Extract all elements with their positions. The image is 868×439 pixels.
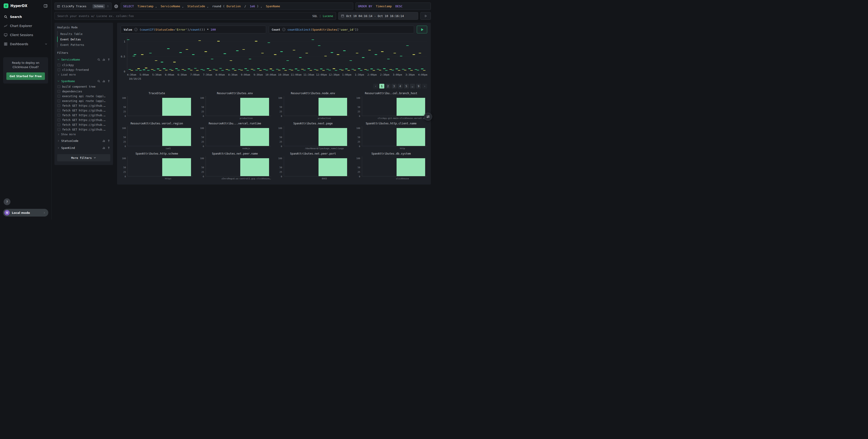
x-tick: 12:30pm [329, 73, 340, 76]
checkbox[interactable] [57, 68, 60, 71]
search-icon[interactable] [97, 58, 100, 61]
filter-option[interactable]: fetch GET https://github.… [57, 113, 110, 118]
order-by-editor[interactable]: ORDER BY Timestamp DESC [355, 2, 431, 10]
filter-option[interactable]: fetch GET https://github.… [57, 118, 110, 122]
source-selector[interactable]: ClickPy Traces Schema [55, 2, 112, 10]
page-button-…[interactable]: … [410, 84, 415, 89]
more-link-label: Load more [61, 73, 76, 76]
checkbox[interactable] [57, 128, 60, 131]
filter-option[interactable]: executing api route (app)… [57, 94, 110, 98]
mini-plot[interactable] [206, 96, 271, 116]
filter-option[interactable]: build component tree [57, 84, 110, 89]
checkbox[interactable] [57, 99, 60, 103]
mini-plot[interactable] [127, 126, 193, 146]
filter-option[interactable]: clickpy-frontend [57, 67, 110, 72]
page-button-2[interactable]: 2 [385, 84, 391, 89]
page-button-5[interactable]: 5 [404, 84, 409, 89]
sidebar-collapse-icon[interactable] [43, 4, 48, 8]
filter-group-name: ServiceName [61, 58, 96, 61]
filter-option[interactable]: clickpy [57, 63, 110, 67]
bar-chart-icon[interactable] [102, 58, 105, 61]
mini-plot[interactable] [284, 156, 349, 176]
delta-point [381, 51, 383, 52]
search-run-button[interactable] [421, 12, 431, 20]
checkbox[interactable] [57, 123, 60, 126]
sql-select-editor[interactable]: SELECT Timestamp, ServiceName, StatusCod… [121, 2, 353, 10]
mini-chart-title: ResourceAttribu..cel.branch_host [355, 92, 427, 95]
page-button-1[interactable]: 1 [379, 84, 384, 89]
chart-settings-fab[interactable] [424, 113, 432, 121]
bar-chart-icon[interactable] [102, 80, 105, 83]
analysis-mode-event-deltas[interactable]: Event Deltas [57, 36, 110, 42]
pin-icon[interactable] [107, 146, 110, 149]
bar-chart-icon[interactable] [102, 139, 105, 142]
page-button-9[interactable]: 9 [416, 84, 421, 89]
deltas-plot[interactable] [127, 37, 427, 71]
checkbox[interactable] [57, 85, 60, 88]
count-expression-editor[interactable]: Count i countDistinct(SpanAttributes['us… [269, 26, 414, 33]
page-button-4[interactable]: 4 [398, 84, 403, 89]
mini-plot[interactable] [284, 126, 349, 146]
sidebar-item-chart-explorer[interactable]: Chart Explorer [0, 21, 51, 30]
checkbox[interactable] [57, 118, 60, 121]
mini-plot[interactable] [284, 96, 349, 116]
bar [162, 158, 191, 176]
value-expression-editor[interactable]: Value i (countIf(StatusCode='Error')/cou… [121, 26, 266, 33]
show-more-link[interactable]: Show more [57, 132, 110, 137]
mini-plot[interactable] [206, 126, 271, 146]
checkbox[interactable] [57, 90, 60, 93]
checkbox[interactable] [57, 95, 60, 97]
filter-option[interactable]: fetch GET https://github.… [57, 127, 110, 132]
mini-plot[interactable] [206, 156, 271, 176]
checkbox[interactable] [57, 114, 60, 117]
date-range-picker[interactable]: Oct 10 04:16:14 - Oct 10 16:16:14 [338, 12, 418, 20]
mini-plot[interactable] [362, 126, 427, 146]
mini-plot[interactable] [127, 96, 193, 116]
sidebar-item-search[interactable]: Search [0, 12, 51, 21]
analysis-mode-results-table[interactable]: Results Table [57, 31, 110, 36]
help-button[interactable]: ? [4, 198, 10, 205]
local-mode-button[interactable]: U Local mode [3, 209, 48, 216]
lucene-mode-option[interactable]: Lucene [323, 14, 333, 18]
schema-badge[interactable]: Schema [93, 4, 105, 8]
analysis-mode-event-patterns[interactable]: Event Patterns [57, 42, 110, 48]
page-button-3[interactable]: 3 [392, 84, 397, 89]
mini-plot[interactable] [362, 96, 427, 116]
sql-mode-option[interactable]: SQL [312, 14, 318, 18]
code-token: , [182, 4, 186, 8]
pin-icon[interactable] [107, 58, 110, 61]
filter-option-label: fetch GET https://github.… [62, 128, 105, 131]
filter-option[interactable]: fetch GET https://github.… [57, 103, 110, 108]
checkbox[interactable] [57, 109, 60, 112]
mini-plot[interactable] [127, 156, 193, 176]
checkbox[interactable] [57, 104, 60, 107]
next-page-button[interactable]: › [422, 84, 427, 89]
filter-group-header[interactable]: SpanName [57, 78, 110, 84]
search-input[interactable] [57, 14, 310, 18]
filter-option[interactable]: fetch GET https://github.… [57, 122, 110, 127]
get-started-button[interactable]: Get Started for Free [6, 72, 45, 80]
run-query-button[interactable] [417, 26, 427, 33]
mini-plot[interactable] [362, 156, 427, 176]
filter-group-header[interactable]: StatusCode [57, 138, 110, 144]
filter-option[interactable]: executing api route (app)… [57, 98, 110, 103]
filter-option[interactable]: dependencies [57, 89, 110, 94]
delta-point [276, 69, 279, 70]
gear-icon[interactable] [114, 4, 118, 9]
pin-icon[interactable] [107, 139, 110, 142]
y-tick: 0.5 [121, 55, 125, 58]
code-token: Timestamp [137, 4, 153, 8]
load-more-link[interactable]: Load more [57, 72, 110, 77]
sidebar-item-client-sessions[interactable]: Client Sessions [0, 30, 51, 39]
checkbox[interactable] [57, 64, 60, 66]
pin-icon[interactable] [107, 80, 110, 83]
sidebar-item-dashboards[interactable]: Dashboards [0, 39, 51, 49]
y-tick: 25 [202, 110, 204, 113]
prev-page-button[interactable]: ‹ [373, 84, 378, 89]
more-filters-button[interactable]: More filters [57, 154, 110, 162]
search-icon[interactable] [97, 80, 100, 83]
filter-group-header[interactable]: ServiceName [57, 57, 110, 63]
bar-chart-icon[interactable] [102, 146, 105, 149]
filter-group-header[interactable]: SpanKind [57, 145, 110, 151]
filter-option[interactable]: fetch GET https://github.… [57, 108, 110, 113]
